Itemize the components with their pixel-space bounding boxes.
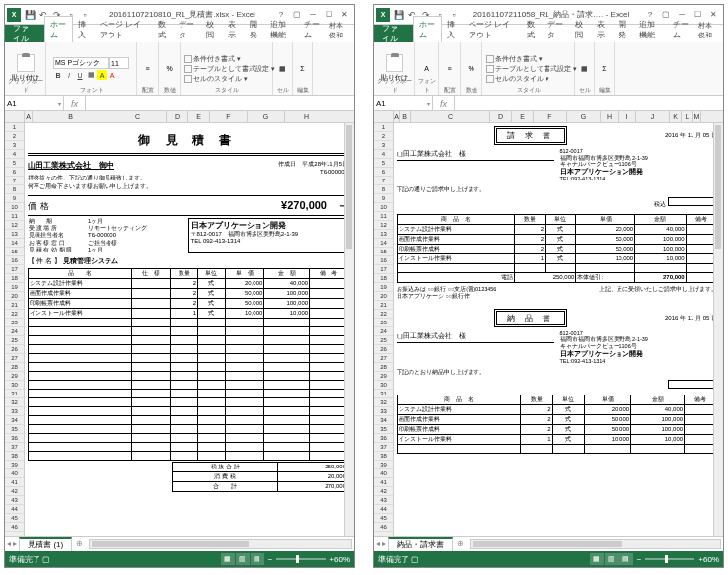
col-header[interactable]: L — [682, 111, 693, 122]
row-header[interactable]: 12 — [5, 221, 24, 230]
row-header[interactable]: 13 — [5, 230, 24, 239]
add-sheet-button[interactable]: ⊕ — [453, 539, 468, 548]
cell-styles-button[interactable]: セルのスタイル ▾ — [485, 74, 550, 84]
row-header[interactable]: 29 — [5, 372, 24, 381]
name-box[interactable]: A1 — [374, 96, 433, 110]
row-header[interactable]: 46 — [374, 523, 393, 532]
row-header[interactable]: 15 — [5, 248, 24, 256]
row-header[interactable]: 38 — [374, 452, 393, 461]
zoom-out-button[interactable]: − — [268, 555, 273, 564]
row-header[interactable]: 14 — [374, 239, 393, 248]
save-icon[interactable]: 💾 — [24, 9, 36, 21]
col-header[interactable]: H — [285, 111, 328, 122]
row-header[interactable]: 18 — [374, 274, 393, 283]
formula-input[interactable] — [455, 96, 723, 110]
row-header[interactable]: 2 — [374, 132, 393, 141]
row-header[interactable]: 34 — [374, 416, 393, 425]
row-header[interactable]: 11 — [374, 212, 393, 221]
tab-data[interactable]: データ — [543, 17, 570, 42]
fx-icon[interactable]: fx — [64, 96, 86, 110]
row-header[interactable]: 8 — [5, 185, 24, 194]
row-header[interactable]: 12 — [374, 221, 393, 230]
row-header[interactable]: 42 — [374, 487, 393, 496]
row-header[interactable]: 24 — [5, 327, 24, 336]
tab-review[interactable]: 校閲 — [201, 17, 223, 42]
tab-insert[interactable]: 挿入 — [73, 17, 95, 42]
row-header[interactable]: 45 — [5, 514, 24, 523]
zoom-slider[interactable] — [645, 558, 694, 560]
row-header[interactable]: 38 — [5, 452, 24, 461]
row-header[interactable]: 26 — [374, 345, 393, 354]
row-header[interactable]: 28 — [5, 363, 24, 372]
row-header[interactable]: 7 — [5, 177, 24, 185]
row-header[interactable]: 30 — [5, 381, 24, 390]
row-header[interactable]: 28 — [374, 363, 393, 372]
col-header[interactable]: G — [567, 111, 601, 122]
row-header[interactable]: 24 — [374, 327, 393, 336]
tab-formulas[interactable]: 数式 — [522, 17, 544, 42]
row-header[interactable]: 1 — [5, 123, 24, 132]
zoom-out-button[interactable]: − — [637, 555, 642, 564]
save-icon[interactable]: 💾 — [393, 9, 404, 21]
row-header[interactable]: 16 — [374, 256, 393, 265]
row-header[interactable]: 7 — [374, 177, 393, 185]
col-header[interactable]: E — [188, 111, 210, 122]
zoom-value[interactable]: 60% — [334, 555, 350, 564]
row-header[interactable]: 23 — [5, 319, 24, 327]
row-header[interactable]: 27 — [374, 354, 393, 363]
border-button[interactable]: ▦ — [86, 70, 96, 80]
row-header[interactable]: 31 — [5, 390, 24, 398]
tab-formulas[interactable]: 数式 — [153, 17, 175, 42]
row-header[interactable]: 17 — [5, 265, 24, 274]
row-header[interactable]: 44 — [374, 505, 393, 514]
row-header[interactable]: 44 — [5, 505, 24, 514]
tab-review[interactable]: 校閲 — [570, 17, 592, 42]
row-header[interactable]: 13 — [374, 230, 393, 239]
row-header[interactable]: 33 — [374, 407, 393, 416]
row-header[interactable]: 41 — [5, 478, 24, 487]
row-header[interactable]: 40 — [5, 469, 24, 478]
tab-developer[interactable]: 開発 — [245, 17, 266, 42]
row-header[interactable]: 17 — [374, 265, 393, 274]
italic-button[interactable]: I — [64, 70, 74, 80]
row-header[interactable]: 9 — [374, 194, 393, 203]
tab-insert[interactable]: 挿入 — [442, 17, 464, 42]
row-header[interactable]: 20 — [5, 292, 24, 301]
add-sheet-button[interactable]: ⊕ — [72, 539, 87, 548]
row-header[interactable]: 32 — [374, 398, 393, 407]
row-header[interactable]: 10 — [5, 203, 24, 212]
font-size-select[interactable] — [109, 57, 129, 69]
fx-icon[interactable]: fx — [433, 96, 455, 110]
row-header[interactable]: 32 — [5, 398, 24, 407]
row-header[interactable]: 25 — [374, 336, 393, 345]
view-page-button[interactable]: ▥ — [236, 553, 250, 565]
row-header[interactable]: 5 — [374, 159, 393, 168]
row-header[interactable]: 34 — [5, 416, 24, 425]
row-header[interactable]: 22 — [374, 310, 393, 319]
font-color-button[interactable]: A — [108, 70, 117, 80]
row-header[interactable]: 27 — [5, 354, 24, 363]
row-header[interactable]: 1 — [374, 123, 393, 132]
zoom-value[interactable]: 60% — [703, 555, 719, 564]
font-name-select[interactable] — [53, 57, 109, 69]
row-header[interactable]: 11 — [5, 212, 24, 221]
row-header[interactable]: 43 — [5, 496, 24, 505]
col-header[interactable]: C — [109, 111, 167, 122]
row-header[interactable]: 4 — [5, 150, 24, 159]
tab-team[interactable]: チーム — [299, 17, 327, 42]
tab-home[interactable]: ホーム — [413, 16, 443, 42]
tab-home[interactable]: ホーム — [44, 16, 74, 42]
view-normal-button[interactable]: ▦ — [221, 553, 235, 565]
row-header[interactable]: 19 — [374, 283, 393, 292]
sheet-tab[interactable]: 見積書 (1) — [19, 537, 72, 551]
row-header[interactable]: 20 — [374, 292, 393, 301]
col-header[interactable]: E — [512, 111, 534, 122]
tab-developer[interactable]: 開発 — [614, 17, 635, 42]
cond-format-button[interactable]: 条件付き書式 ▾ — [485, 54, 544, 64]
tab-view[interactable]: 表示 — [592, 17, 614, 42]
row-header[interactable]: 22 — [5, 310, 24, 319]
tab-file[interactable]: ファイル — [374, 25, 413, 42]
row-header[interactable]: 35 — [374, 425, 393, 434]
row-header[interactable]: 3 — [5, 141, 24, 150]
row-header[interactable]: 6 — [374, 168, 393, 177]
